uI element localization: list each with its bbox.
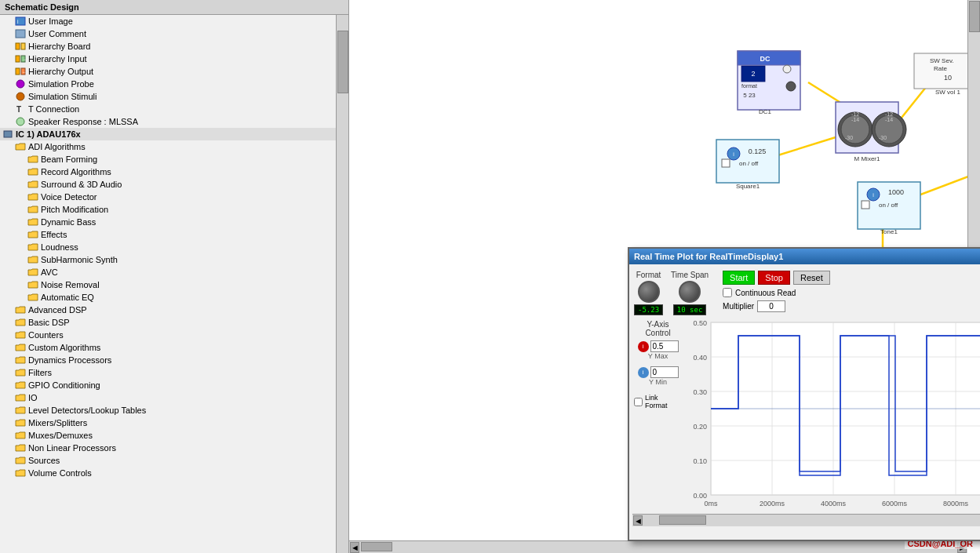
folder-icon xyxy=(27,254,39,265)
sidebar-item-label: Hierarchy Input xyxy=(28,54,87,64)
dialog-scrollbar[interactable]: ◄ ► xyxy=(632,514,980,526)
sidebar-item-dynamic-bass[interactable]: Dynamic Bass xyxy=(0,216,336,228)
folder-icon xyxy=(27,279,39,290)
folder-icon xyxy=(27,166,39,177)
sidebar-item-sources[interactable]: Sources xyxy=(0,454,336,467)
y-max-input[interactable] xyxy=(650,340,679,352)
sidebar-item-t-connection[interactable]: T T Connection xyxy=(0,103,336,115)
playback-buttons: Start Stop Reset xyxy=(723,271,830,285)
svg-text:←: ← xyxy=(22,70,26,75)
sidebar-item-noise-removal[interactable]: Noise Removal xyxy=(0,278,336,291)
scroll-left-button[interactable]: ◄ xyxy=(633,515,643,526)
schematic-hscroll[interactable]: ◄ ► xyxy=(349,540,967,553)
chart-container: 0.50 0.40 0.30 0.20 0.10 0.00 0ms 2000ms… xyxy=(683,318,980,512)
sidebar-item-filters[interactable]: Filters xyxy=(0,366,336,379)
sidebar-item-muxes-demuxes[interactable]: Muxes/Demuxes xyxy=(0,429,336,442)
sidebar-item-speaker-response[interactable]: Speaker Response : MLSSA xyxy=(0,115,336,128)
svg-text:0.10: 0.10 xyxy=(693,457,707,465)
sidebar-item-counters[interactable]: Counters xyxy=(0,329,336,341)
sidebar-item-basic-dsp[interactable]: Basic DSP xyxy=(0,316,336,329)
sidebar-item-hierarchy-output[interactable]: ← Hierarchy Output xyxy=(0,65,336,78)
sidebar-item-label: GPIO Conditioning xyxy=(28,380,100,390)
sidebar-item-ic1[interactable]: IC 1) ADAU176x xyxy=(0,128,336,140)
sidebar-item-automatic-eq[interactable]: Automatic EQ xyxy=(0,291,336,304)
sidebar-item-custom-algorithms[interactable]: Custom Algorithms xyxy=(0,341,336,354)
multiplier-label: Multiplier xyxy=(723,302,754,311)
sidebar-item-label: Hierarchy Board xyxy=(28,42,90,51)
folder-icon xyxy=(14,455,27,466)
svg-text:→: → xyxy=(22,57,26,62)
hscroll-left-button[interactable]: ◄ xyxy=(350,542,359,553)
sidebar-item-user-comment[interactable]: User Comment xyxy=(0,27,336,40)
svg-text:4000ms: 4000ms xyxy=(821,500,847,508)
sidebar-item-label: User Image xyxy=(28,16,73,26)
sidebar-item-label: Record Algorithms xyxy=(41,167,111,176)
sidebar-item-hierarchy-board[interactable]: Hierarchy Board xyxy=(0,40,336,53)
sidebar-item-user-image[interactable]: i User Image xyxy=(0,15,336,27)
playback-controls: Start Stop Reset Continuous Read Multipl… xyxy=(723,271,830,312)
scroll-thumb[interactable] xyxy=(659,515,706,525)
svg-rect-4 xyxy=(21,43,25,49)
sidebar-item-beam-forming[interactable]: Beam Forming xyxy=(0,153,336,166)
sidebar-item-label: ADI Algorithms xyxy=(28,142,86,151)
hscroll-thumb[interactable] xyxy=(361,542,392,551)
sidebar-item-dynamics-processors[interactable]: Dynamics Processors xyxy=(0,354,336,366)
svg-text:SW vol 1: SW vol 1 xyxy=(935,89,961,96)
sidebar-item-volume-controls[interactable]: Volume Controls xyxy=(0,467,336,479)
sidebar-item-non-linear-processors[interactable]: Non Linear Processors xyxy=(0,442,336,454)
sidebar-item-advanced-dsp[interactable]: Advanced DSP xyxy=(0,304,336,316)
sidebar-item-simulation-stimuli[interactable]: Simulation Stimuli xyxy=(0,90,336,103)
sidebar-item-label: Automatic EQ xyxy=(41,293,94,302)
sidebar-scrollbar[interactable] xyxy=(336,15,348,553)
svg-rect-59 xyxy=(722,159,730,167)
sidebar-item-loudness[interactable]: Loudness xyxy=(0,241,336,253)
format-section: Format -5.23 xyxy=(634,271,663,315)
continuous-read-checkbox[interactable] xyxy=(723,288,732,297)
sidebar-item-subharmonic-synth[interactable]: SubHarmonic Synth xyxy=(0,253,336,266)
vscroll-thumb[interactable] xyxy=(969,1,980,32)
reset-button[interactable]: Reset xyxy=(793,271,830,285)
sidebar-item-hierarchy-input[interactable]: → Hierarchy Input xyxy=(0,53,336,65)
t-conn-icon: T xyxy=(14,104,27,115)
timespan-section: Time Span 10 sec xyxy=(671,271,709,315)
svg-point-14 xyxy=(16,118,24,126)
sidebar-item-simulation-probe[interactable]: Simulation Probe xyxy=(0,78,336,90)
link-format-checkbox[interactable] xyxy=(634,398,643,406)
folder-icon xyxy=(14,342,27,353)
sidebar-item-effects[interactable]: Effects xyxy=(0,228,336,241)
sidebar-item-label: Hierarchy Output xyxy=(28,67,93,76)
start-button[interactable]: Start xyxy=(723,271,755,285)
format-knob[interactable] xyxy=(638,281,660,303)
sidebar-item-mixers-splitters[interactable]: Mixers/Splitters xyxy=(0,417,336,429)
sidebar-item-label: Pitch Modification xyxy=(41,205,108,214)
timespan-knob[interactable] xyxy=(679,281,701,303)
y-min-input[interactable] xyxy=(650,366,679,378)
sidebar-item-pitch-modification[interactable]: Pitch Modification xyxy=(0,203,336,216)
y-max-indicator: i xyxy=(638,341,649,352)
sidebar-item-label: Sources xyxy=(28,456,60,465)
svg-text:-12: -12 xyxy=(851,111,859,117)
multiplier-row: Multiplier xyxy=(723,300,830,312)
dialog-body: Format -5.23 Time Span 10 sec xyxy=(629,264,980,529)
stop-button[interactable]: Stop xyxy=(758,271,790,285)
sidebar-item-surround-3d-audio[interactable]: Surround & 3D Audio xyxy=(0,178,336,191)
speaker-icon xyxy=(14,116,27,127)
folder-icon xyxy=(27,179,39,190)
sidebar-item-avc[interactable]: AVC xyxy=(0,266,336,278)
svg-rect-15 xyxy=(4,131,12,137)
svg-rect-5 xyxy=(16,56,20,62)
sidebar-item-voice-detector[interactable]: Voice Detector xyxy=(0,191,336,203)
sidebar-item-io[interactable]: IO xyxy=(0,391,336,404)
svg-text:DC: DC xyxy=(760,55,771,63)
sidebar-item-adi-algorithms[interactable]: ADI Algorithms xyxy=(0,140,336,153)
svg-text:8000ms: 8000ms xyxy=(943,500,969,508)
schematic-area: DC 2 format 5 23 DC1 -14 -12 -30 -14 -12… xyxy=(349,0,980,553)
hierarchy-icon xyxy=(14,41,27,52)
multiplier-input[interactable] xyxy=(757,300,785,312)
sidebar-item-gpio-conditioning[interactable]: GPIO Conditioning xyxy=(0,379,336,391)
sidebar-item-record-algorithms[interactable]: Record Algorithms xyxy=(0,166,336,178)
svg-text:Square1: Square1 xyxy=(736,183,760,190)
sidebar-item-label: Simulation Stimuli xyxy=(28,92,97,101)
svg-text:DC1: DC1 xyxy=(759,108,772,115)
sidebar-item-level-detectors[interactable]: Level Detectors/Lookup Tables xyxy=(0,404,336,417)
